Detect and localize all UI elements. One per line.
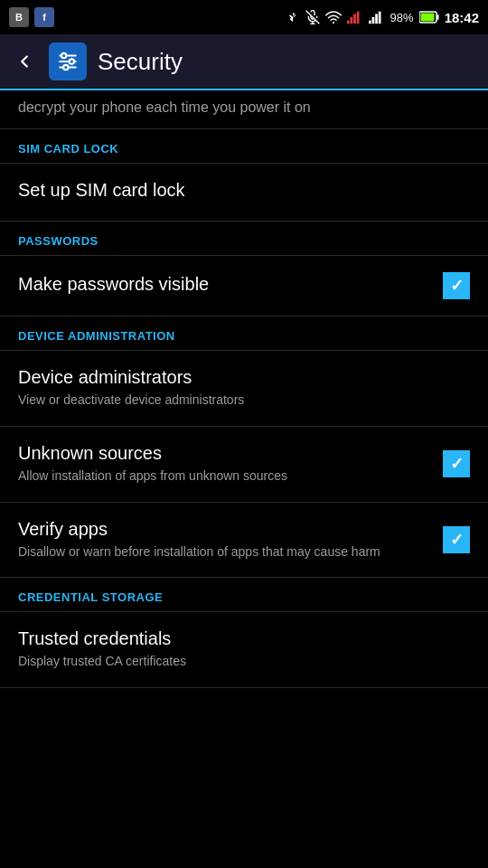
partial-decrypt-text: decrypt your phone each time you power i… xyxy=(18,99,311,115)
setting-item-device-administrators[interactable]: Device administrators View or deactivate… xyxy=(0,351,488,427)
settings-content: decrypt your phone each time you power i… xyxy=(0,90,488,688)
setting-item-sim-card-lock[interactable]: Set up SIM card lock xyxy=(0,164,488,222)
make-passwords-visible-title: Make passwords visible xyxy=(18,274,434,295)
toolbar: Security xyxy=(0,34,488,90)
make-passwords-visible-checkbox[interactable]: ✓ xyxy=(443,272,470,299)
section-header-device-administration: DEVICE ADMINISTRATION xyxy=(0,316,488,351)
trusted-credentials-subtitle: Display trusted CA certificates xyxy=(18,653,470,671)
settings-sliders-icon xyxy=(56,50,80,73)
status-bar: B f xyxy=(0,0,488,34)
svg-point-21 xyxy=(63,65,68,70)
verify-apps-title: Verify apps xyxy=(18,519,434,540)
section-header-credential-storage: CREDENTIAL STORAGE xyxy=(0,578,488,612)
trusted-credentials-title: Trusted credentials xyxy=(18,628,470,649)
setting-item-verify-apps[interactable]: Verify apps Disallow or warn before inst… xyxy=(0,503,488,579)
status-bar-left: B f xyxy=(9,7,54,27)
device-administrators-subtitle: View or deactivate device administrators xyxy=(18,392,470,410)
svg-rect-9 xyxy=(369,21,371,24)
svg-rect-5 xyxy=(347,21,350,24)
security-icon-box xyxy=(49,42,87,80)
svg-rect-10 xyxy=(371,17,374,24)
battery-icon xyxy=(419,11,439,24)
setting-item-trusted-credentials[interactable]: Trusted credentials Display trusted CA c… xyxy=(0,612,488,688)
svg-rect-11 xyxy=(375,14,378,24)
page-title: Security xyxy=(98,48,183,76)
svg-rect-12 xyxy=(378,12,380,24)
wifi-icon xyxy=(325,10,342,24)
status-bar-right: 98% 18:42 xyxy=(286,10,479,25)
facebook-icon: f xyxy=(34,7,54,27)
svg-rect-8 xyxy=(356,12,359,24)
svg-rect-7 xyxy=(353,14,356,24)
partial-decrypt-item: decrypt your phone each time you power i… xyxy=(0,90,488,129)
mute-icon xyxy=(305,10,320,24)
battery-percentage: 98% xyxy=(390,11,414,24)
svg-rect-14 xyxy=(420,14,434,22)
svg-rect-6 xyxy=(350,17,352,24)
checkbox-check-icon: ✓ xyxy=(450,276,464,296)
svg-point-20 xyxy=(70,59,74,63)
unknown-sources-subtitle: Allow installation of apps from unknown … xyxy=(18,467,434,486)
verify-apps-subtitle: Disallow or warn before installation of … xyxy=(18,543,434,561)
unknown-sources-check-icon: ✓ xyxy=(450,454,464,474)
sim-card-lock-title: Set up SIM card lock xyxy=(18,180,470,201)
verify-apps-check-icon: ✓ xyxy=(450,530,464,550)
setting-item-unknown-sources[interactable]: Unknown sources Allow installation of ap… xyxy=(0,427,488,503)
signal1-icon xyxy=(347,10,363,24)
device-administrators-title: Device administrators xyxy=(18,367,470,388)
unknown-sources-checkbox[interactable]: ✓ xyxy=(443,450,470,477)
section-header-passwords: PASSWORDS xyxy=(0,222,488,256)
setting-item-make-passwords-visible[interactable]: Make passwords visible ✓ xyxy=(0,256,488,316)
back-button[interactable] xyxy=(11,48,38,75)
unknown-sources-title: Unknown sources xyxy=(18,443,434,464)
bbm-icon: B xyxy=(9,7,29,27)
time-display: 18:42 xyxy=(445,10,479,25)
svg-point-4 xyxy=(332,22,333,24)
svg-point-19 xyxy=(61,53,66,58)
bluetooth-icon xyxy=(286,10,300,24)
verify-apps-checkbox[interactable]: ✓ xyxy=(443,526,470,553)
svg-rect-15 xyxy=(436,14,438,20)
signal2-icon xyxy=(369,10,385,24)
section-header-sim-card-lock: SIM CARD LOCK xyxy=(0,129,488,164)
